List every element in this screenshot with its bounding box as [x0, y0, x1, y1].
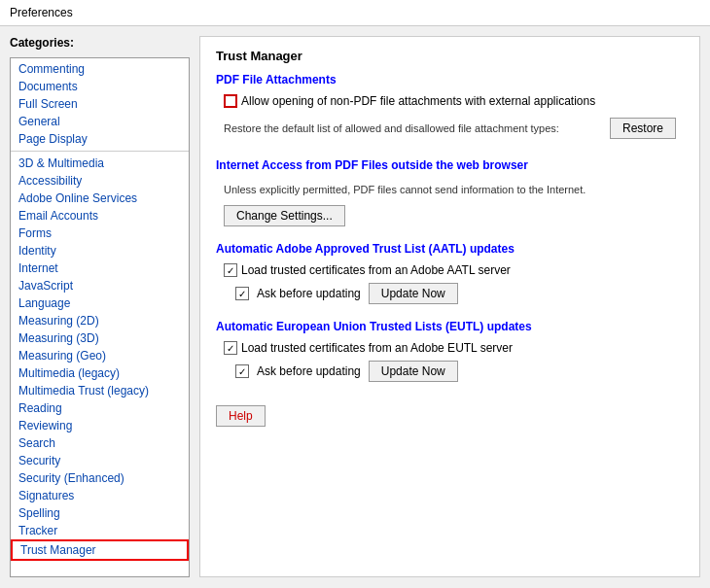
change-settings-button[interactable]: Change Settings... — [224, 205, 345, 226]
change-settings-row: Change Settings... — [216, 205, 684, 226]
sidebar-item-emailaccounts[interactable]: Email Accounts — [11, 207, 189, 225]
category-list-wrapper: Commenting Documents Full Screen General… — [10, 57, 190, 577]
sidebar-item-measuring2d[interactable]: Measuring (2D) — [11, 312, 189, 329]
sidebar-item-tracker[interactable]: Tracker — [11, 522, 189, 539]
sidebar-item-spelling[interactable]: Spelling — [11, 504, 189, 522]
internet-access-section: Internet Access from PDF Files outside t… — [216, 158, 684, 226]
dialog-body: Categories: Commenting Documents Full Sc… — [0, 26, 710, 587]
eutl-ask-before-checkbox[interactable]: ✓ — [235, 364, 249, 378]
sidebar-item-forms[interactable]: Forms — [11, 225, 189, 242]
eutl-update-row: ✓ Ask before updating Update Now — [216, 361, 684, 382]
sidebar-item-securityenhanced[interactable]: Security (Enhanced) — [11, 469, 189, 487]
category-list[interactable]: Commenting Documents Full Screen General… — [11, 58, 189, 576]
eutl-load-cert-label: Load trusted certificates from an Adobe … — [241, 341, 513, 355]
sidebar-item-language[interactable]: Language — [11, 294, 189, 312]
sidebar-item-general[interactable]: General — [11, 113, 189, 130]
aatl-load-cert-checkbox[interactable]: ✓ — [224, 263, 237, 277]
sidebar-item-3dmultimedia[interactable]: 3D & Multimedia — [11, 155, 189, 172]
dialog: Categories: Commenting Documents Full Sc… — [0, 26, 710, 587]
allow-attachments-row: Allow opening of non-PDF file attachment… — [216, 94, 684, 108]
restore-button[interactable]: Restore — [610, 118, 676, 139]
sidebar-item-security[interactable]: Security — [11, 452, 189, 469]
sidebar-item-reviewing[interactable]: Reviewing — [11, 417, 189, 434]
sidebar-item-measuring3d[interactable]: Measuring (3D) — [11, 329, 189, 347]
restore-row: Restore the default list of allowed and … — [216, 114, 684, 143]
dialog-title: Preferences — [10, 6, 73, 19]
categories-label: Categories: — [10, 36, 190, 50]
allow-attachments-checkbox[interactable] — [224, 94, 237, 108]
eutl-title: Automatic European Union Trusted Lists (… — [216, 320, 684, 333]
aatl-update-row: ✓ Ask before updating Update Now — [216, 283, 684, 304]
sidebar-item-trustmanager[interactable]: Trust Manager — [11, 539, 189, 561]
left-panel: Categories: Commenting Documents Full Sc… — [10, 36, 190, 577]
group-divider — [11, 151, 189, 152]
aatl-ask-before-checkbox[interactable]: ✓ — [235, 287, 249, 300]
sidebar-item-signatures[interactable]: Signatures — [11, 487, 189, 504]
section-title: Trust Manager — [216, 49, 684, 63]
eutl-ask-checkmark: ✓ — [238, 366, 246, 377]
sidebar-item-commenting[interactable]: Commenting — [11, 60, 189, 78]
sidebar-item-accessibility[interactable]: Accessibility — [11, 172, 189, 190]
aatl-section: Automatic Adobe Approved Trust List (AAT… — [216, 242, 684, 304]
sidebar-item-search[interactable]: Search — [11, 434, 189, 452]
allow-attachments-label: Allow opening of non-PDF file attachment… — [241, 94, 595, 108]
eutl-load-cert-checkmark: ✓ — [227, 343, 234, 354]
aatl-load-cert-checkmark: ✓ — [227, 265, 234, 276]
pdf-attachments-title: PDF File Attachments — [216, 73, 684, 86]
sidebar-item-internet[interactable]: Internet — [11, 259, 189, 277]
sidebar-item-multimediatrust[interactable]: Multimedia Trust (legacy) — [11, 382, 189, 399]
sidebar-item-measuringgeo[interactable]: Measuring (Geo) — [11, 347, 189, 364]
right-panel: Trust Manager PDF File Attachments Allow… — [199, 36, 700, 577]
title-bar: Preferences — [0, 0, 710, 26]
sidebar-item-reading[interactable]: Reading — [11, 399, 189, 417]
sidebar-item-javascript[interactable]: JavaScript — [11, 277, 189, 294]
eutl-section: Automatic European Union Trusted Lists (… — [216, 320, 684, 382]
eutl-load-cert-checkbox[interactable]: ✓ — [224, 341, 237, 355]
aatl-ask-checkmark: ✓ — [238, 289, 246, 299]
internet-access-title: Internet Access from PDF Files outside t… — [216, 158, 684, 172]
sidebar-item-adobeonline[interactable]: Adobe Online Services — [11, 190, 189, 207]
aatl-load-cert-row: ✓ Load trusted certificates from an Adob… — [216, 263, 684, 277]
aatl-ask-before-label: Ask before updating — [257, 287, 361, 300]
eutl-ask-before-label: Ask before updating — [257, 364, 361, 378]
sidebar-item-pagedisplay[interactable]: Page Display — [11, 130, 189, 148]
sidebar-item-documents[interactable]: Documents — [11, 78, 189, 95]
eutl-update-now-button[interactable]: Update Now — [369, 361, 458, 382]
aatl-title: Automatic Adobe Approved Trust List (AAT… — [216, 242, 684, 256]
sidebar-item-fullscreen[interactable]: Full Screen — [11, 95, 189, 113]
restore-text: Restore the default list of allowed and … — [224, 122, 559, 134]
internet-info-text: Unless explicitly permitted, PDF files c… — [216, 180, 684, 199]
sidebar-item-multimedia[interactable]: Multimedia (legacy) — [11, 364, 189, 382]
help-row: Help — [216, 398, 684, 434]
aatl-load-cert-label: Load trusted certificates from an Adobe … — [241, 263, 511, 277]
aatl-update-now-button[interactable]: Update Now — [369, 283, 458, 304]
pdf-attachments-section: PDF File Attachments Allow opening of no… — [216, 73, 684, 143]
help-button[interactable]: Help — [216, 405, 266, 427]
sidebar-item-identity[interactable]: Identity — [11, 242, 189, 259]
eutl-load-cert-row: ✓ Load trusted certificates from an Adob… — [216, 341, 684, 355]
